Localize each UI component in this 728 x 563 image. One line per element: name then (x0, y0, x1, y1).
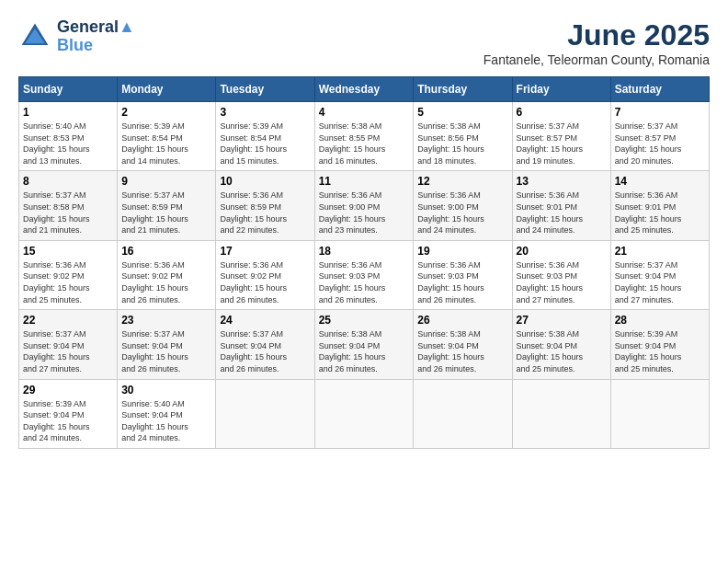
day-number-2: 2 (121, 106, 211, 119)
day-info-13: Sunrise: 5:36 AM Sunset: 9:01 PM Dayligh… (517, 190, 607, 236)
calendar-cell: 21 Sunrise: 5:37 AM Sunset: 9:04 PM Dayl… (610, 240, 709, 309)
day-number-3: 3 (220, 106, 310, 119)
logo-text: General▲Blue (57, 18, 135, 55)
calendar-cell: 26 Sunrise: 5:38 AM Sunset: 9:04 PM Dayl… (414, 310, 512, 379)
calendar-cell: 22 Sunrise: 5:37 AM Sunset: 9:04 PM Dayl… (19, 310, 118, 379)
calendar-cell: 12 Sunrise: 5:36 AM Sunset: 9:00 PM Dayl… (414, 171, 512, 240)
day-info-23: Sunrise: 5:37 AM Sunset: 9:04 PM Dayligh… (121, 328, 211, 374)
day-info-11: Sunrise: 5:36 AM Sunset: 9:00 PM Dayligh… (319, 190, 410, 236)
day-number-10: 10 (220, 175, 310, 188)
day-number-21: 21 (615, 245, 705, 258)
day-number-16: 16 (121, 245, 211, 258)
header-wednesday: Wednesday (314, 77, 414, 102)
day-info-14: Sunrise: 5:36 AM Sunset: 9:01 PM Dayligh… (615, 190, 705, 236)
calendar-cell: 8 Sunrise: 5:37 AM Sunset: 8:58 PM Dayli… (19, 171, 118, 240)
calendar-cell: 25 Sunrise: 5:38 AM Sunset: 9:04 PM Dayl… (314, 310, 414, 379)
day-info-24: Sunrise: 5:37 AM Sunset: 9:04 PM Dayligh… (220, 328, 310, 374)
calendar-cell: 4 Sunrise: 5:38 AM Sunset: 8:55 PM Dayli… (314, 102, 414, 171)
calendar-cell: 6 Sunrise: 5:37 AM Sunset: 8:57 PM Dayli… (512, 102, 610, 171)
day-number-9: 9 (121, 175, 211, 188)
day-info-12: Sunrise: 5:36 AM Sunset: 9:00 PM Dayligh… (417, 190, 507, 236)
calendar-cell: 7 Sunrise: 5:37 AM Sunset: 8:57 PM Dayli… (610, 102, 709, 171)
header-saturday: Saturday (610, 77, 709, 102)
day-info-15: Sunrise: 5:36 AM Sunset: 9:02 PM Dayligh… (23, 259, 113, 305)
day-number-17: 17 (220, 245, 310, 258)
location-title: Fantanele, Teleorman County, Romania (483, 52, 710, 67)
day-info-20: Sunrise: 5:36 AM Sunset: 9:03 PM Dayligh… (517, 259, 607, 305)
day-info-22: Sunrise: 5:37 AM Sunset: 9:04 PM Dayligh… (23, 328, 113, 374)
day-number-15: 15 (23, 245, 113, 258)
logo: General▲Blue (18, 18, 135, 55)
header-tuesday: Tuesday (216, 77, 314, 102)
calendar-cell: 30 Sunrise: 5:40 AM Sunset: 9:04 PM Dayl… (118, 379, 216, 448)
header-friday: Friday (512, 77, 610, 102)
calendar-cell (512, 379, 610, 448)
day-info-16: Sunrise: 5:36 AM Sunset: 9:02 PM Dayligh… (121, 259, 211, 305)
day-info-27: Sunrise: 5:38 AM Sunset: 9:04 PM Dayligh… (517, 328, 607, 374)
day-number-18: 18 (319, 245, 410, 258)
day-info-29: Sunrise: 5:39 AM Sunset: 9:04 PM Dayligh… (23, 398, 113, 444)
day-number-30: 30 (121, 384, 211, 396)
day-number-7: 7 (615, 106, 705, 119)
header-monday: Monday (118, 77, 216, 102)
calendar-cell: 18 Sunrise: 5:36 AM Sunset: 9:03 PM Dayl… (314, 240, 414, 309)
day-number-24: 24 (220, 314, 310, 327)
header-thursday: Thursday (414, 77, 512, 102)
calendar-cell (414, 379, 512, 448)
day-number-26: 26 (417, 314, 507, 327)
day-info-30: Sunrise: 5:40 AM Sunset: 9:04 PM Dayligh… (121, 398, 211, 444)
calendar-table: Sunday Monday Tuesday Wednesday Thursday… (18, 76, 710, 449)
day-info-4: Sunrise: 5:38 AM Sunset: 8:55 PM Dayligh… (319, 121, 410, 167)
day-info-19: Sunrise: 5:36 AM Sunset: 9:03 PM Dayligh… (417, 259, 507, 305)
day-number-23: 23 (121, 314, 211, 327)
day-info-5: Sunrise: 5:38 AM Sunset: 8:56 PM Dayligh… (417, 121, 507, 167)
day-number-1: 1 (23, 106, 113, 119)
calendar-cell: 16 Sunrise: 5:36 AM Sunset: 9:02 PM Dayl… (118, 240, 216, 309)
day-info-3: Sunrise: 5:39 AM Sunset: 8:54 PM Dayligh… (220, 121, 310, 167)
day-number-28: 28 (615, 314, 705, 327)
calendar-cell (314, 379, 414, 448)
calendar-cell: 15 Sunrise: 5:36 AM Sunset: 9:02 PM Dayl… (19, 240, 118, 309)
title-section: June 2025 Fantanele, Teleorman County, R… (483, 18, 710, 67)
day-number-6: 6 (517, 106, 607, 119)
calendar-cell: 11 Sunrise: 5:36 AM Sunset: 9:00 PM Dayl… (314, 171, 414, 240)
calendar-week-3: 15 Sunrise: 5:36 AM Sunset: 9:02 PM Dayl… (19, 240, 710, 309)
calendar-cell: 13 Sunrise: 5:36 AM Sunset: 9:01 PM Dayl… (512, 171, 610, 240)
calendar-cell: 3 Sunrise: 5:39 AM Sunset: 8:54 PM Dayli… (216, 102, 314, 171)
day-info-25: Sunrise: 5:38 AM Sunset: 9:04 PM Dayligh… (319, 328, 410, 374)
day-info-28: Sunrise: 5:39 AM Sunset: 9:04 PM Dayligh… (615, 328, 705, 374)
day-number-11: 11 (319, 175, 410, 188)
day-number-4: 4 (319, 106, 410, 119)
calendar-cell: 9 Sunrise: 5:37 AM Sunset: 8:59 PM Dayli… (118, 171, 216, 240)
day-info-21: Sunrise: 5:37 AM Sunset: 9:04 PM Dayligh… (615, 259, 705, 305)
day-info-1: Sunrise: 5:40 AM Sunset: 8:53 PM Dayligh… (23, 121, 113, 167)
header-sunday: Sunday (19, 77, 118, 102)
day-number-27: 27 (517, 314, 607, 327)
calendar-cell: 29 Sunrise: 5:39 AM Sunset: 9:04 PM Dayl… (19, 379, 118, 448)
calendar-cell: 1 Sunrise: 5:40 AM Sunset: 8:53 PM Dayli… (19, 102, 118, 171)
calendar-header-row: Sunday Monday Tuesday Wednesday Thursday… (19, 77, 710, 102)
calendar-week-5: 29 Sunrise: 5:39 AM Sunset: 9:04 PM Dayl… (19, 379, 710, 448)
day-number-19: 19 (417, 245, 507, 258)
calendar-cell (216, 379, 314, 448)
calendar-week-1: 1 Sunrise: 5:40 AM Sunset: 8:53 PM Dayli… (19, 102, 710, 171)
day-number-14: 14 (615, 175, 705, 188)
calendar-cell: 17 Sunrise: 5:36 AM Sunset: 9:02 PM Dayl… (216, 240, 314, 309)
calendar-cell: 10 Sunrise: 5:36 AM Sunset: 8:59 PM Dayl… (216, 171, 314, 240)
calendar-cell: 20 Sunrise: 5:36 AM Sunset: 9:03 PM Dayl… (512, 240, 610, 309)
day-number-25: 25 (319, 314, 410, 327)
calendar-cell: 23 Sunrise: 5:37 AM Sunset: 9:04 PM Dayl… (118, 310, 216, 379)
day-number-13: 13 (517, 175, 607, 188)
day-info-8: Sunrise: 5:37 AM Sunset: 8:58 PM Dayligh… (23, 190, 113, 236)
day-number-8: 8 (23, 175, 113, 188)
page-header: General▲Blue June 2025 Fantanele, Teleor… (18, 18, 710, 67)
calendar-cell: 27 Sunrise: 5:38 AM Sunset: 9:04 PM Dayl… (512, 310, 610, 379)
month-title: June 2025 (483, 18, 710, 52)
calendar-cell: 28 Sunrise: 5:39 AM Sunset: 9:04 PM Dayl… (610, 310, 709, 379)
calendar-cell (610, 379, 709, 448)
calendar-cell: 14 Sunrise: 5:36 AM Sunset: 9:01 PM Dayl… (610, 171, 709, 240)
calendar-week-4: 22 Sunrise: 5:37 AM Sunset: 9:04 PM Dayl… (19, 310, 710, 379)
calendar-cell: 19 Sunrise: 5:36 AM Sunset: 9:03 PM Dayl… (414, 240, 512, 309)
day-info-10: Sunrise: 5:36 AM Sunset: 8:59 PM Dayligh… (220, 190, 310, 236)
day-number-5: 5 (417, 106, 507, 119)
